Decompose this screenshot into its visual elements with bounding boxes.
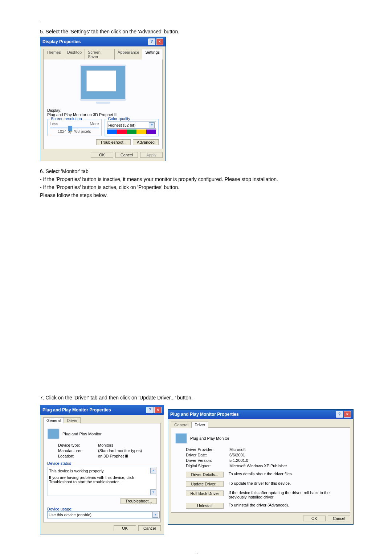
- blank-space: [40, 200, 363, 393]
- page-number: 41: [29, 553, 363, 554]
- ok-button[interactable]: OK: [91, 152, 113, 158]
- location-value: on 3D Prophet III: [98, 454, 128, 458]
- monitor-properties-driver-dialog: Plug and Play Monitor Properties ? × Gen…: [168, 409, 354, 525]
- tab-appearance[interactable]: Appearance: [114, 49, 142, 59]
- digital-signer-value: Microsoft Windows XP Publisher: [229, 464, 287, 468]
- resolution-slider[interactable]: [50, 127, 99, 128]
- tab-screensaver[interactable]: Screen Saver: [85, 49, 115, 59]
- color-quality-select[interactable]: Highest (32 bit) ▾: [107, 122, 156, 129]
- tab-driver[interactable]: Driver: [64, 417, 81, 423]
- screen-resolution-group: Screen resolution Less More 1024 by 768 …: [47, 119, 102, 136]
- device-name: Plug and Play Monitor: [190, 436, 229, 440]
- step5-text: 5. Select the 'Settings' tab then click …: [40, 29, 363, 34]
- close-icon[interactable]: ×: [344, 411, 351, 418]
- tab-desktop[interactable]: Desktop: [64, 49, 85, 59]
- tab-row: Themes Desktop Screen Saver Appearance S…: [40, 46, 166, 59]
- device-usage-label: Device usage:: [47, 507, 157, 511]
- status-working: This device is working properly.: [49, 469, 149, 473]
- cancel-button[interactable]: Cancel: [138, 525, 161, 531]
- titlebar: Plug and Play Monitor Properties ? ×: [168, 410, 353, 419]
- color-quality-value: Highest (32 bit): [109, 123, 136, 127]
- help-icon[interactable]: ?: [146, 407, 154, 413]
- monitor-icon: [47, 428, 60, 439]
- step6-line2: - If the 'Properties' button is inactive…: [40, 176, 363, 182]
- dialog-title: Plug and Play Monitor Properties: [170, 412, 239, 417]
- driver-details-desc: To view details about the driver files.: [229, 472, 335, 476]
- titlebar: Display Properties ? ×: [40, 37, 166, 46]
- update-driver-desc: To update the driver for this device.: [229, 481, 335, 485]
- tab-driver[interactable]: Driver: [191, 422, 208, 428]
- driver-version-value: 5.1.2001.0: [229, 458, 248, 463]
- manufacturer-value: (Standard monitor types): [98, 448, 142, 453]
- tab-settings[interactable]: Settings: [142, 49, 163, 59]
- screen-res-legend: Screen resolution: [50, 116, 83, 121]
- dialog-title: Plug and Play Monitor Properties: [42, 407, 111, 413]
- driver-date-label: Driver Date:: [175, 453, 229, 457]
- more-label: More: [90, 122, 99, 126]
- tab-general[interactable]: General: [43, 417, 64, 423]
- manufacturer-label: Manufacturer:: [58, 448, 98, 453]
- monitor-properties-general-dialog: Plug and Play Monitor Properties ? × Gen…: [40, 405, 164, 534]
- ok-button[interactable]: OK: [303, 516, 326, 521]
- scroll-down-icon[interactable]: ▾: [150, 489, 156, 495]
- tab-themes[interactable]: Themes: [43, 49, 64, 59]
- location-label: Location:: [58, 454, 98, 458]
- chevron-down-icon[interactable]: ▾: [149, 122, 155, 128]
- device-usage-value: Use this device (enable): [49, 513, 91, 517]
- update-driver-button[interactable]: Update Driver...: [186, 481, 224, 487]
- close-icon[interactable]: ×: [156, 38, 163, 45]
- resolution-value: 1024 by 768 pixels: [50, 129, 99, 134]
- driver-provider-label: Driver Provider:: [175, 447, 229, 452]
- step7-text: 7. Click on the 'Driver' tab and then cl…: [40, 395, 363, 401]
- display-properties-dialog: Display Properties ? × Themes Desktop Sc…: [40, 37, 166, 161]
- cancel-button[interactable]: Cancel: [328, 516, 350, 521]
- chevron-down-icon[interactable]: ▾: [152, 512, 158, 518]
- color-bar: [107, 130, 156, 134]
- cancel-button[interactable]: Cancel: [115, 152, 138, 158]
- monitor-icon: [175, 433, 187, 444]
- status-help: If you are having problems with this dev…: [49, 475, 149, 484]
- troubleshoot-button[interactable]: Troubleshoot...: [121, 498, 157, 504]
- device-type-value: Monitors: [98, 443, 113, 447]
- ok-button[interactable]: OK: [114, 525, 136, 531]
- driver-details-button[interactable]: Driver Details...: [186, 472, 224, 477]
- troubleshoot-button[interactable]: Troubleshoot...: [96, 139, 131, 145]
- scroll-up-icon[interactable]: ▴: [150, 468, 156, 473]
- color-quality-group: Color quality Highest (32 bit) ▾: [105, 119, 159, 136]
- tab-general[interactable]: General: [171, 422, 192, 428]
- step6-line1: 6. Select 'Monitor' tab: [40, 168, 363, 174]
- digital-signer-label: Digital Signer:: [175, 464, 229, 468]
- close-icon[interactable]: ×: [154, 407, 162, 413]
- rollback-driver-button[interactable]: Roll Back Driver: [186, 491, 224, 496]
- titlebar: Plug and Play Monitor Properties ? ×: [40, 405, 164, 415]
- step6-line4: Please follow the steps below.: [40, 192, 363, 198]
- help-icon[interactable]: ?: [336, 411, 343, 418]
- uninstall-desc: To uninstall the driver (Advanced).: [229, 503, 335, 507]
- driver-version-label: Driver Version:: [175, 458, 229, 463]
- driver-provider-value: Microsoft: [229, 447, 246, 452]
- advanced-button[interactable]: Advanced: [133, 139, 159, 145]
- color-quality-legend: Color quality: [107, 116, 131, 121]
- device-type-label: Device type:: [58, 443, 98, 447]
- driver-date-value: 6/6/2001: [229, 453, 245, 457]
- less-label: Less: [50, 122, 58, 126]
- apply-button[interactable]: Apply: [140, 152, 163, 158]
- help-icon[interactable]: ?: [148, 38, 155, 45]
- device-status-textbox: This device is working properly. If you …: [47, 467, 157, 496]
- step6-line3: - If the 'Properties' button is active, …: [40, 184, 363, 190]
- uninstall-button[interactable]: Uninstall: [186, 503, 224, 509]
- device-usage-select[interactable]: Use this device (enable) ▾: [47, 511, 160, 518]
- device-status-label: Device status: [47, 461, 157, 465]
- device-name: Plug and Play Monitor: [62, 432, 102, 436]
- rollback-driver-desc: If the device fails after updating the d…: [229, 491, 335, 499]
- dialog-title: Display Properties: [42, 39, 81, 44]
- display-label: Display:: [47, 108, 159, 112]
- monitor-preview-icon: [78, 65, 128, 104]
